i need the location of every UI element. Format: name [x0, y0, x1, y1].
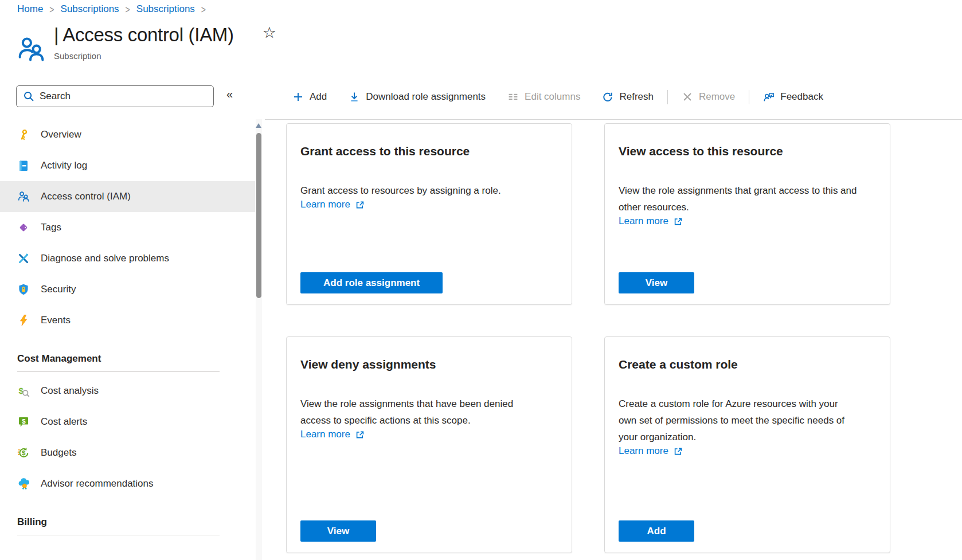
external-link-icon: [355, 200, 365, 210]
sidebar-item-label: Access control (IAM): [41, 191, 131, 202]
card-title: Create a custom role: [619, 358, 876, 371]
sidebar-item-label: Tags: [41, 222, 61, 233]
chevron-right-icon: >: [49, 3, 54, 15]
scrollbar-thumb[interactable]: [256, 133, 261, 298]
svg-text:$: $: [22, 449, 26, 456]
sidebar-item-budgets[interactable]: $ Budgets: [0, 437, 255, 468]
toolbar-separator: [749, 90, 749, 104]
learn-more-label: Learn more: [619, 216, 668, 227]
add-custom-role-button[interactable]: Add: [619, 520, 694, 542]
add-role-assignment-button[interactable]: Add role assignment: [300, 272, 443, 293]
toolbar-separator: [667, 90, 668, 104]
lightning-icon: [17, 314, 30, 327]
search-icon: [23, 91, 34, 102]
sidebar: « Overview: [0, 80, 263, 560]
page-subtitle: Subscription: [54, 51, 276, 61]
toolbar-label: Refresh: [619, 91, 654, 103]
cloud-medal-icon: [17, 477, 30, 490]
dollar-cycle-icon: $: [17, 447, 30, 459]
dollar-bubble-icon: $: [17, 416, 30, 428]
breadcrumb: Home > Subscriptions > Subscriptions >: [17, 3, 206, 15]
feedback-button[interactable]: Feedback: [752, 91, 834, 103]
view-deny-assignments-button[interactable]: View: [300, 520, 376, 542]
breadcrumb-link-home[interactable]: Home: [17, 3, 43, 15]
card-title: Grant access to this resource: [300, 144, 558, 158]
divider: [17, 535, 220, 535]
x-icon: [682, 91, 693, 103]
learn-more-link[interactable]: Learn more: [619, 216, 683, 227]
card-title: View deny assignments: [300, 358, 558, 371]
sidebar-item-events[interactable]: Events: [0, 305, 255, 336]
sidebar-item-label: Budgets: [41, 447, 76, 459]
sidebar-item-overview[interactable]: Overview: [0, 119, 255, 150]
page-header: | Access control (IAM) ☆ Subscription: [16, 24, 276, 64]
search-input[interactable]: [40, 91, 207, 102]
card-grant-access: Grant access to this resource Grant acce…: [286, 123, 572, 305]
tag-icon: [17, 221, 30, 234]
sidebar-item-label: Events: [41, 315, 71, 326]
card-description: View the role assignments that grant acc…: [619, 182, 858, 216]
page-title: | Access control (IAM): [54, 24, 234, 46]
divider: [17, 371, 220, 372]
sidebar-item-access-control-iam[interactable]: Access control (IAM): [0, 181, 255, 212]
crossed-tools-icon: [17, 252, 30, 265]
collapse-sidebar-icon[interactable]: «: [226, 88, 233, 101]
dollar-magnifier-icon: $: [17, 385, 30, 397]
star-icon[interactable]: ☆: [263, 24, 276, 42]
refresh-icon: [602, 91, 613, 103]
plus-icon: [292, 91, 304, 103]
chevron-right-icon: >: [201, 3, 206, 15]
sidebar-item-tags[interactable]: Tags: [0, 212, 255, 243]
sidebar-item-label: Cost analysis: [41, 385, 99, 397]
sidebar-item-activity-log[interactable]: Activity log: [0, 150, 255, 181]
people-icon: [17, 190, 30, 203]
external-link-icon: [673, 447, 683, 456]
sidebar-item-cost-analysis[interactable]: $ Cost analysis: [0, 375, 255, 406]
command-bar: Add Download role assignments Edit colum…: [263, 85, 962, 109]
learn-more-link[interactable]: Learn more: [300, 199, 365, 210]
sidebar-item-label: Security: [41, 284, 76, 295]
breadcrumb-link-subscriptions-2[interactable]: Subscriptions: [136, 3, 195, 15]
sidebar-item-label: Overview: [41, 129, 81, 140]
edit-columns-button[interactable]: Edit columns: [496, 91, 591, 103]
external-link-icon: [355, 430, 365, 440]
sidebar-item-label: Activity log: [41, 160, 87, 171]
divider: [265, 119, 962, 120]
card-description: View the role assignments that have been…: [300, 395, 540, 429]
sidebar-menu: Overview Activity log Access control (IA…: [0, 119, 255, 539]
svg-text:$: $: [22, 418, 26, 425]
learn-more-link[interactable]: Learn more: [300, 429, 365, 440]
scroll-up-arrow-icon[interactable]: [256, 123, 261, 128]
refresh-button[interactable]: Refresh: [591, 91, 664, 103]
people-icon: [16, 34, 46, 64]
sidebar-item-security[interactable]: Security: [0, 274, 255, 305]
sidebar-item-label: Diagnose and solve problems: [41, 253, 169, 264]
sidebar-scrollbar: [256, 119, 262, 560]
iam-cards-grid: Grant access to this resource Grant acce…: [286, 123, 890, 553]
learn-more-label: Learn more: [300, 429, 350, 440]
breadcrumb-link-subscriptions[interactable]: Subscriptions: [61, 3, 119, 15]
card-description: Create a custom role for Azure resources…: [619, 395, 858, 445]
key-icon: [17, 128, 30, 141]
sidebar-item-advisor-recommendations[interactable]: Advisor recommendations: [0, 468, 255, 499]
section-header-billing: Billing: [0, 499, 255, 528]
toolbar-label: Download role assignments: [366, 91, 486, 103]
toolbar-label: Remove: [699, 91, 735, 103]
sidebar-search: [16, 85, 214, 107]
learn-more-label: Learn more: [300, 199, 350, 210]
columns-icon: [507, 91, 519, 103]
sidebar-item-cost-alerts[interactable]: $ Cost alerts: [0, 406, 255, 437]
external-link-icon: [673, 217, 683, 226]
add-button[interactable]: Add: [281, 91, 338, 103]
sidebar-item-label: Cost alerts: [41, 416, 87, 428]
chevron-right-icon: >: [126, 3, 130, 15]
view-access-button[interactable]: View: [619, 272, 694, 293]
remove-button[interactable]: Remove: [671, 91, 746, 103]
card-title: View access to this resource: [619, 144, 876, 158]
learn-more-link[interactable]: Learn more: [619, 445, 683, 457]
card-description: Grant access to resources by assigning a…: [300, 182, 540, 199]
download-role-assignments-button[interactable]: Download role assignments: [338, 91, 496, 103]
shield-lock-icon: [17, 283, 30, 296]
sidebar-item-diagnose-and-solve-problems[interactable]: Diagnose and solve problems: [0, 243, 255, 274]
card-view-deny-assignments: View deny assignments View the role assi…: [286, 336, 572, 553]
